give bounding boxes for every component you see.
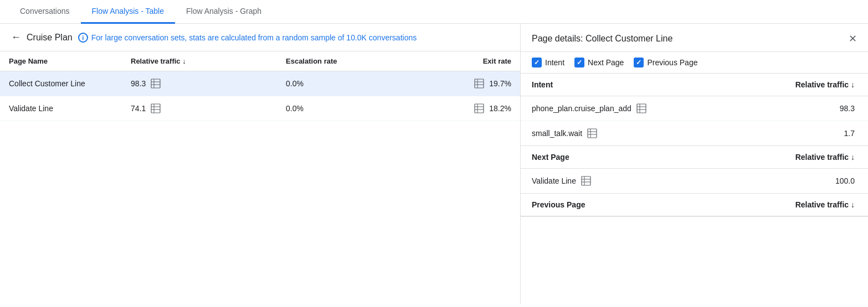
panel-header: Page details: Collect Customer Line ✕ [521,24,868,52]
page-name-text: Collect Customer Line [9,79,85,88]
cell-exit-rate: 19.7% [399,71,520,96]
tab-conversations[interactable]: Conversations [9,0,81,24]
info-icon: i [78,33,88,43]
exit-table-icon [474,103,485,114]
traffic-value: 98.3 [131,79,146,88]
checkbox-previous-page[interactable] [634,58,644,67]
svg-rect-0 [151,79,160,88]
cell-page-name: Collect Customer Line [0,71,122,96]
back-button[interactable]: ← [11,32,21,43]
checkbox-intent[interactable] [532,58,542,67]
section-name-text: phone_plan.cruise_plan_add [532,104,631,113]
table-header-row: Page Name Relative traffic ↓ Escalation … [0,51,520,71]
section-cell-traffic: 100.0 [692,169,868,194]
col-exit-rate: Exit rate [399,51,520,71]
section-header-row: Previous Page Relative traffic ↓ [521,194,868,216]
info-notice: i For large conversation sets, stats are… [78,33,417,43]
section-cell-traffic: 1.7 [736,121,868,146]
section-col1-header: Next Page [521,146,692,169]
svg-rect-24 [582,176,590,185]
cell-escalation-rate: 0.0% [277,96,399,121]
section-table-icon [636,103,647,114]
filter-previous-page-label: Previous Page [647,58,697,67]
section-name-text: Validate Line [532,176,576,185]
section-cell-name: phone_plan.cruise_plan_add [521,96,736,121]
tabs-bar: Conversations Flow Analysis - Table Flow… [0,0,868,24]
section-table-next-page: Next Page Relative traffic ↓ Validate Li… [521,146,868,193]
filter-intent[interactable]: Intent [532,58,564,67]
section-col1-header: Intent [521,74,736,96]
filter-next-page[interactable]: Next Page [574,58,624,67]
table-row[interactable]: Collect Customer Line 98.3 0 [0,71,520,96]
section-intent: Intent Relative traffic ↓ phone_plan.cru… [521,74,868,146]
exit-rate-value: 19.7% [489,79,511,88]
section-row[interactable]: small_talk.wait 1.7 [521,121,868,146]
table-icon [150,103,161,114]
section-previous-page: Previous Page Relative traffic ↓ [521,194,868,217]
cell-relative-traffic: 98.3 [122,71,277,96]
tab-flow-analysis-table[interactable]: Flow Analysis - Table [81,0,175,24]
tab-flow-analysis-graph[interactable]: Flow Analysis - Graph [175,0,273,24]
filter-intent-label: Intent [545,58,564,67]
exit-rate-value: 18.2% [489,104,511,113]
svg-rect-16 [637,104,646,113]
exit-table-icon [474,78,485,89]
breadcrumb-title: Cruise Plan [27,33,73,43]
cell-escalation-rate: 0.0% [277,71,399,96]
section-next-page: Next Page Relative traffic ↓ Validate Li… [521,146,868,194]
svg-rect-20 [588,129,597,138]
section-cell-name: small_talk.wait [521,121,736,146]
main-table: Page Name Relative traffic ↓ Escalation … [0,51,520,121]
section-row[interactable]: Validate Line 100.0 [521,169,868,194]
section-col2-header: Relative traffic ↓ [736,74,868,96]
checkbox-next-page[interactable] [574,58,584,67]
section-col2-header: Relative traffic ↓ [685,194,868,216]
section-cell-traffic: 98.3 [736,96,868,121]
main-table-container: Page Name Relative traffic ↓ Escalation … [0,51,520,121]
section-table-icon [581,175,592,186]
breadcrumb-bar: ← Cruise Plan i For large conversation s… [0,24,520,51]
svg-rect-4 [475,79,484,88]
filter-previous-page[interactable]: Previous Page [634,58,697,67]
filter-row: Intent Next Page Previous Page [521,52,868,74]
table-icon [150,78,161,89]
section-name-text: small_talk.wait [532,129,582,138]
section-table-previous-page: Previous Page Relative traffic ↓ [521,194,868,216]
right-sections: Intent Relative traffic ↓ phone_plan.cru… [521,74,868,217]
cell-exit-rate: 18.2% [399,96,520,121]
panel-title: Page details: Collect Customer Line [532,34,672,44]
section-table-intent: Intent Relative traffic ↓ phone_plan.cru… [521,74,868,145]
svg-rect-8 [151,104,160,113]
col-escalation-rate: Escalation rate [277,51,399,71]
section-table-icon [587,128,598,139]
col-page-name: Page Name [0,51,122,71]
section-cell-name: Validate Line [521,169,692,194]
col-relative-traffic[interactable]: Relative traffic ↓ [122,51,277,71]
right-panel: Page details: Collect Customer Line ✕ In… [521,24,868,304]
filter-next-page-label: Next Page [588,58,624,67]
page-name-text: Validate Line [9,104,53,113]
svg-rect-12 [475,104,484,113]
table-row[interactable]: Validate Line 74.1 0.0% [0,96,520,121]
cell-relative-traffic: 74.1 [122,96,277,121]
section-header-row: Next Page Relative traffic ↓ [521,146,868,169]
traffic-value: 74.1 [131,104,146,113]
section-header-row: Intent Relative traffic ↓ [521,74,868,96]
section-col1-header: Previous Page [521,194,685,216]
main-layout: ← Cruise Plan i For large conversation s… [0,24,868,304]
notice-text: For large conversation sets, stats are c… [91,33,417,42]
left-panel: ← Cruise Plan i For large conversation s… [0,24,521,304]
close-button[interactable]: ✕ [849,34,857,44]
section-col2-header: Relative traffic ↓ [692,146,868,169]
section-row[interactable]: phone_plan.cruise_plan_add [521,96,868,121]
cell-page-name: Validate Line [0,96,122,121]
